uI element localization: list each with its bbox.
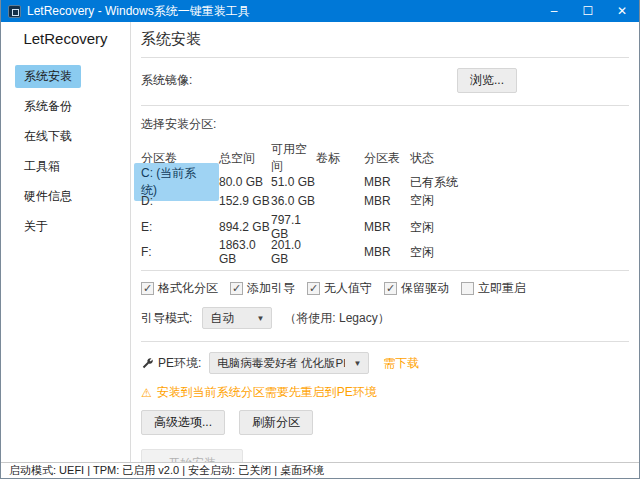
volume-cell[interactable]: F: (134, 243, 159, 261)
col-label: 卷标 (316, 150, 364, 167)
boot-mode-label: 引导模式: (141, 310, 192, 327)
status-text: 启动模式: UEFI | TPM: 已启用 v2.0 | 安全启动: 已关闭 |… (9, 463, 324, 478)
checkbox-icon: ✓ (307, 282, 320, 295)
divider (141, 57, 629, 58)
boot-mode-hint: （将使用: Legacy） (284, 310, 389, 327)
wrench-icon (141, 357, 154, 370)
sidebar-item-online-download[interactable]: 在线下载 (15, 125, 81, 148)
sidebar: LetRecovery 系统安装 系统备份 在线下载 工具箱 硬件信息 关于 (1, 22, 131, 462)
col-status: 状态 (410, 150, 629, 167)
close-button[interactable]: ✕ (605, 0, 639, 22)
partition-table: 分区卷 总空间 可用空间 卷标 分区表 状态 C: (当前系统) 80.0 GB… (141, 141, 629, 263)
boot-mode-dropdown[interactable]: 自动 ▼ (202, 307, 272, 329)
refresh-partitions-button[interactable]: 刷新分区 (239, 410, 313, 435)
chevron-down-icon: ▼ (353, 359, 361, 368)
sidebar-item-system-backup[interactable]: 系统备份 (15, 95, 81, 118)
table-row-c[interactable]: C: (当前系统) 80.0 GB 51.0 GB MBR 已有系统 (141, 163, 629, 188)
partition-section-label: 选择安装分区: (141, 116, 629, 133)
pe-warning: ⚠ 安装到当前系统分区需要先重启到PE环境 (141, 384, 629, 401)
app-icon (8, 5, 21, 18)
volume-cell[interactable]: D: (134, 192, 160, 210)
advanced-options-button[interactable]: 高级选项... (141, 410, 225, 435)
checkbox-add-boot[interactable]: ✓ 添加引导 (230, 280, 295, 297)
maximize-button[interactable]: ☐ (571, 0, 605, 22)
minimize-button[interactable]: – (537, 0, 571, 22)
sidebar-item-toolbox[interactable]: 工具箱 (15, 155, 69, 178)
checkbox-keep-drivers[interactable]: ✓ 保留驱动 (384, 280, 449, 297)
checkbox-restart-now[interactable]: ✓ 立即重启 (461, 280, 526, 297)
chevron-down-icon: ▼ (256, 314, 264, 323)
col-free: 可用空间 (271, 141, 316, 175)
install-options: ✓ 格式化分区 ✓ 添加引导 ✓ 无人值守 ✓ 保留驱动 ✓ 立即重启 (141, 280, 629, 297)
pe-env-label: PE环境: (158, 355, 201, 372)
col-total: 总空间 (219, 150, 271, 167)
divider (141, 341, 629, 342)
main-panel: 系统安装 系统镜像: 浏览... 选择安装分区: 分区卷 总空间 可用空间 卷标… (131, 22, 639, 462)
titlebar: LetRecovery - Windows系统一键重装工具 – ☐ ✕ (1, 0, 639, 22)
app-brand: LetRecovery (1, 30, 130, 47)
table-row-e[interactable]: E: 894.2 GB 797.1 GB MBR 空闲 (141, 213, 629, 238)
sidebar-item-about[interactable]: 关于 (15, 215, 57, 238)
divider (141, 105, 629, 106)
checkbox-icon: ✓ (384, 282, 397, 295)
download-required-hint: 需下载 (383, 355, 419, 372)
checkbox-unattended[interactable]: ✓ 无人值守 (307, 280, 372, 297)
checkbox-icon: ✓ (461, 282, 474, 295)
browse-button[interactable]: 浏览... (457, 68, 517, 93)
volume-cell[interactable]: E: (134, 218, 159, 236)
status-bar: 启动模式: UEFI | TPM: 已启用 v2.0 | 安全启动: 已关闭 |… (1, 462, 639, 478)
col-ptable: 分区表 (364, 150, 410, 167)
sidebar-item-hardware-info[interactable]: 硬件信息 (15, 185, 81, 208)
page-title: 系统安装 (141, 28, 629, 57)
checkbox-format-partition[interactable]: ✓ 格式化分区 (141, 280, 218, 297)
pe-env-dropdown[interactable]: 电脑病毒爱好者 优化版PE[推荐] ▼ (209, 352, 369, 374)
sidebar-item-system-install[interactable]: 系统安装 (15, 65, 81, 88)
system-image-label: 系统镜像: (141, 72, 192, 89)
checkbox-icon: ✓ (141, 282, 154, 295)
divider (141, 270, 629, 271)
warning-icon: ⚠ (141, 386, 152, 400)
window-title: LetRecovery - Windows系统一键重装工具 (27, 3, 537, 20)
checkbox-icon: ✓ (230, 282, 243, 295)
table-row-f[interactable]: F: 1863.0 GB 201.0 GB MBR 空闲 (141, 238, 629, 263)
partition-table-header: 分区卷 总空间 可用空间 卷标 分区表 状态 (141, 141, 629, 161)
app-window: LetRecovery - Windows系统一键重装工具 – ☐ ✕ LetR… (0, 0, 640, 479)
